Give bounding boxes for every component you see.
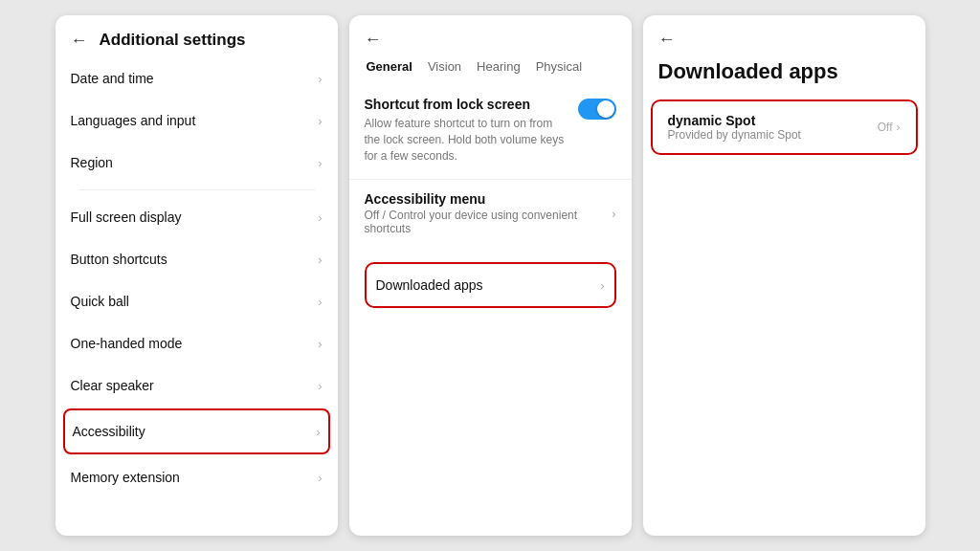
app-item-info: dynamic Spot Provided by dynamic Spot	[668, 113, 878, 142]
right-panel-header: ←	[643, 15, 925, 55]
shortcut-toggle[interactable]	[578, 99, 616, 120]
settings-item-memory-extension[interactable]: Memory extension ›	[63, 456, 330, 498]
left-settings-list: Date and time › Languages and input › Re…	[56, 57, 338, 498]
accessibility-menu-section: Accessibility menu Off / Control your de…	[349, 180, 632, 251]
downloaded-apps-label: Downloaded apps	[376, 277, 483, 293]
accessibility-menu-title: Accessibility menu	[365, 191, 612, 207]
accessibility-menu-row[interactable]: Accessibility menu Off / Control your de…	[365, 191, 616, 235]
tabs-row: General Vision Hearing Physical	[349, 55, 632, 85]
settings-item-quick-ball[interactable]: Quick ball ›	[63, 280, 330, 322]
settings-item-region[interactable]: Region ›	[63, 142, 330, 184]
settings-item-fullscreen[interactable]: Full screen display ›	[63, 196, 330, 238]
chevron-icon: ›	[897, 121, 901, 134]
middle-panel: ← General Vision Hearing Physical Shortc…	[349, 15, 632, 536]
left-panel: ← Additional settings Date and time › La…	[56, 15, 338, 536]
downloaded-apps-wrapper: Downloaded apps ›	[357, 262, 624, 308]
settings-item-languages[interactable]: Languages and input ›	[63, 99, 330, 142]
accessibility-menu-desc: Off / Control your device using convenie…	[365, 209, 612, 235]
left-back-button[interactable]: ←	[71, 32, 88, 49]
app-item-name: dynamic Spot	[668, 113, 878, 128]
settings-item-date-time[interactable]: Date and time ›	[63, 57, 330, 99]
middle-back-button[interactable]: ←	[365, 31, 382, 48]
downloaded-apps-button[interactable]: Downloaded apps ›	[365, 262, 616, 308]
chevron-icon: ›	[318, 379, 322, 393]
shortcut-title: Shortcut from lock screen	[365, 97, 570, 112]
settings-item-clear-speaker[interactable]: Clear speaker ›	[63, 364, 330, 407]
chevron-icon: ›	[318, 72, 322, 86]
settings-item-accessibility[interactable]: Accessibility ›	[63, 408, 330, 454]
shortcut-toggle-row: Shortcut from lock screen Allow feature …	[365, 97, 616, 164]
shortcut-text: Shortcut from lock screen Allow feature …	[365, 97, 570, 164]
divider	[78, 189, 315, 190]
left-panel-header: ← Additional settings	[56, 15, 338, 57]
chevron-icon: ›	[612, 207, 615, 221]
settings-item-one-handed[interactable]: One-handed mode ›	[63, 322, 330, 364]
chevron-icon: ›	[318, 156, 322, 170]
tab-physical[interactable]: Physical	[530, 55, 588, 77]
left-panel-title: Additional settings	[100, 31, 246, 50]
chevron-icon: ›	[600, 278, 604, 293]
chevron-icon: ›	[318, 337, 322, 351]
tab-general[interactable]: General	[361, 55, 418, 77]
settings-item-button-shortcuts[interactable]: Button shortcuts ›	[63, 238, 330, 280]
app-item-provider: Provided by dynamic Spot	[668, 128, 878, 142]
chevron-icon: ›	[318, 114, 322, 128]
chevron-icon: ›	[318, 471, 322, 485]
middle-panel-header: ←	[349, 15, 632, 55]
shortcut-desc: Allow feature shortcut to turn on from t…	[365, 116, 570, 164]
app-item-wrapper: dynamic Spot Provided by dynamic Spot Of…	[643, 99, 925, 155]
tab-hearing[interactable]: Hearing	[471, 55, 526, 77]
chevron-icon: ›	[318, 295, 322, 309]
chevron-icon: ›	[316, 425, 320, 439]
accessibility-menu-text: Accessibility menu Off / Control your de…	[365, 191, 612, 235]
chevron-icon: ›	[318, 253, 322, 267]
chevron-icon: ›	[318, 210, 322, 225]
right-back-button[interactable]: ←	[658, 31, 676, 48]
app-item-status: Off	[878, 121, 893, 134]
dynamic-spot-item[interactable]: dynamic Spot Provided by dynamic Spot Of…	[651, 99, 918, 155]
app-item-status-row: Off ›	[878, 121, 901, 134]
tab-vision[interactable]: Vision	[422, 55, 467, 77]
shortcut-section: Shortcut from lock screen Allow feature …	[349, 85, 632, 180]
right-panel: ← Downloaded apps dynamic Spot Provided …	[643, 15, 925, 536]
right-panel-title: Downloaded apps	[643, 55, 925, 96]
